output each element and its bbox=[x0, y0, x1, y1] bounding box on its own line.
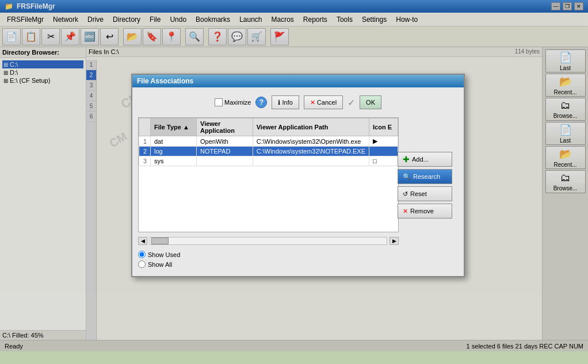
modal-overlay: File Associations Maximize ? ℹ Info bbox=[0, 0, 588, 364]
action-buttons-panel: ✚ Add... 🔍 Research ↺ Reset ✕ Remove bbox=[398, 152, 452, 305]
dialog-title: File Associations bbox=[137, 77, 193, 85]
add-plus-icon: ✚ bbox=[403, 155, 410, 164]
cancel-x-icon: ✕ bbox=[310, 99, 315, 106]
radio-show-all-input[interactable] bbox=[138, 260, 146, 268]
remove-button[interactable]: ✕ Remove bbox=[398, 204, 452, 219]
col-num bbox=[139, 118, 151, 136]
scroll-track[interactable] bbox=[150, 237, 387, 245]
scroll-thumb[interactable] bbox=[151, 237, 169, 244]
row-filetype-1: dat bbox=[151, 136, 197, 147]
info-label: Info bbox=[282, 99, 292, 106]
dialog-titlebar: File Associations bbox=[132, 75, 464, 87]
reset-label: Reset bbox=[410, 190, 427, 197]
help-button[interactable]: ? bbox=[255, 97, 267, 108]
row-icon-1: ▶ bbox=[369, 136, 398, 147]
research-button[interactable]: 🔍 Research bbox=[398, 169, 452, 184]
radio-show-all[interactable]: Show All bbox=[138, 260, 399, 268]
table-scrollbar: ◀ ▶ bbox=[138, 237, 399, 245]
radio-show-used-label: Show Used bbox=[148, 251, 180, 258]
row-viewerpath-3 bbox=[253, 156, 369, 166]
table-area: File Type ▲ Viewer Application Viewer Ap… bbox=[138, 117, 458, 270]
row-viewerapp-3 bbox=[197, 156, 253, 166]
ok-label: OK bbox=[366, 99, 375, 106]
table-row-3[interactable]: 3 sys □ bbox=[139, 156, 398, 166]
radio-show-used-input[interactable] bbox=[138, 251, 146, 258]
research-label: Research bbox=[413, 173, 440, 180]
row-filetype-2: log bbox=[151, 147, 197, 156]
maximize-checkbox bbox=[215, 98, 223, 106]
reset-button[interactable]: ↺ Reset bbox=[398, 186, 452, 201]
assoc-table-scroll[interactable]: File Type ▲ Viewer Application Viewer Ap… bbox=[138, 117, 399, 232]
maximize-checkbox-btn[interactable]: Maximize bbox=[215, 98, 251, 106]
row-icon-2 bbox=[369, 147, 398, 156]
radio-area: Show Used Show All bbox=[138, 248, 399, 270]
col-viewer-path[interactable]: Viewer Application Path bbox=[253, 118, 369, 136]
col-icon[interactable]: Icon E bbox=[369, 118, 398, 136]
row-filetype-3: sys bbox=[151, 156, 197, 166]
row-viewerpath-2: C:\Windows\system32\NOTEPAD.EXE bbox=[253, 147, 369, 156]
row-num-3: 3 bbox=[139, 156, 151, 166]
row-viewerpath-1: C:\Windows\system32\OpenWith.exe bbox=[253, 136, 369, 147]
row-icon-3: □ bbox=[369, 156, 398, 166]
file-associations-dialog: File Associations Maximize ? ℹ Info bbox=[131, 74, 465, 277]
dialog-toolbar: Maximize ? ℹ Info ✕ Cancel ✓ O bbox=[138, 93, 458, 112]
row-viewerapp-1: OpenWith bbox=[197, 136, 253, 147]
table-row-selected[interactable]: 2 log NOTEPAD C:\Windows\system32\NOTEPA… bbox=[139, 147, 398, 156]
reset-icon: ↺ bbox=[403, 190, 408, 198]
radio-show-used[interactable]: Show Used bbox=[138, 251, 399, 258]
ok-button[interactable]: OK bbox=[360, 95, 381, 109]
scroll-left[interactable]: ◀ bbox=[138, 237, 147, 245]
row-viewerapp-2: NOTEPAD bbox=[197, 147, 253, 156]
dialog-content: Maximize ? ℹ Info ✕ Cancel ✓ O bbox=[132, 87, 464, 276]
add-button[interactable]: ✚ Add... bbox=[398, 152, 452, 167]
col-file-type[interactable]: File Type ▲ bbox=[151, 118, 197, 136]
col-viewer-app[interactable]: Viewer Application bbox=[197, 118, 253, 136]
assoc-table: File Type ▲ Viewer Application Viewer Ap… bbox=[139, 118, 398, 166]
table-container: File Type ▲ Viewer Application Viewer Ap… bbox=[138, 117, 399, 270]
row-num-1: 1 bbox=[139, 136, 151, 147]
maximize-label: Maximize bbox=[224, 99, 251, 106]
research-icon: 🔍 bbox=[403, 173, 411, 181]
cancel-label: Cancel bbox=[317, 99, 337, 106]
table-row[interactable]: 1 dat OpenWith C:\Windows\system32\OpenW… bbox=[139, 136, 398, 147]
check-icon: ✓ bbox=[348, 97, 355, 108]
radio-show-all-label: Show All bbox=[148, 261, 172, 268]
row-num-2: 2 bbox=[139, 147, 151, 156]
add-label: Add... bbox=[412, 156, 429, 163]
remove-icon: ✕ bbox=[403, 208, 408, 215]
remove-label: Remove bbox=[410, 208, 434, 214]
info-icon: ℹ bbox=[278, 99, 280, 106]
info-button[interactable]: ℹ Info bbox=[272, 95, 299, 109]
cancel-button[interactable]: ✕ Cancel bbox=[304, 95, 343, 109]
